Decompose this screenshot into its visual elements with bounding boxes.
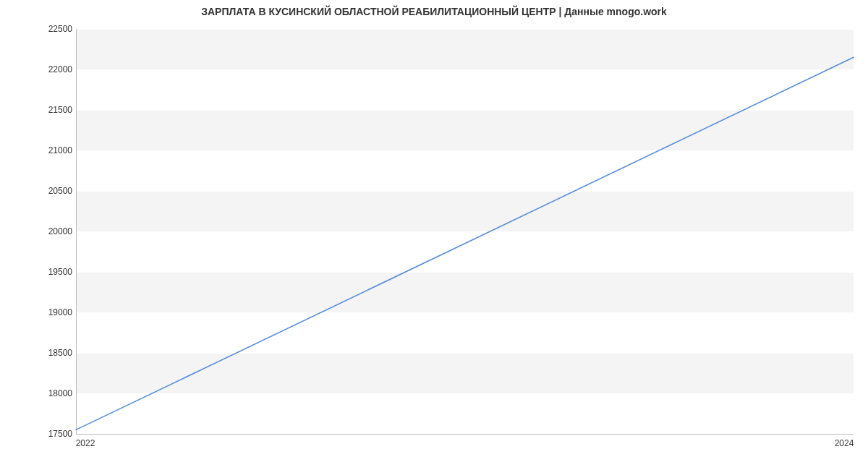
y-tick-label: 22500 — [29, 24, 72, 34]
x-tick-label: 2024 — [835, 438, 854, 448]
y-tick-label: 20000 — [29, 226, 72, 236]
y-tick-label: 18500 — [29, 348, 72, 358]
y-tick-label: 19500 — [29, 267, 72, 277]
y-tick-label: 20500 — [29, 186, 72, 196]
chart-line-layer — [76, 29, 854, 434]
x-tick-label: 2022 — [76, 438, 95, 448]
y-tick-label: 18000 — [29, 388, 72, 398]
x-axis-line — [76, 434, 854, 435]
y-tick-label: 21000 — [29, 145, 72, 155]
y-tick-label: 17500 — [29, 429, 72, 439]
y-tick-label: 22000 — [29, 64, 72, 74]
chart-title: ЗАРПЛАТА В КУСИНСКИЙ ОБЛАСТНОЙ РЕАБИЛИТА… — [0, 6, 868, 17]
data-line — [76, 57, 854, 430]
chart-container: ЗАРПЛАТА В КУСИНСКИЙ ОБЛАСТНОЙ РЕАБИЛИТА… — [0, 0, 868, 470]
plot-area — [76, 29, 854, 434]
y-tick-label: 21500 — [29, 105, 72, 115]
y-tick-label: 19000 — [29, 307, 72, 317]
